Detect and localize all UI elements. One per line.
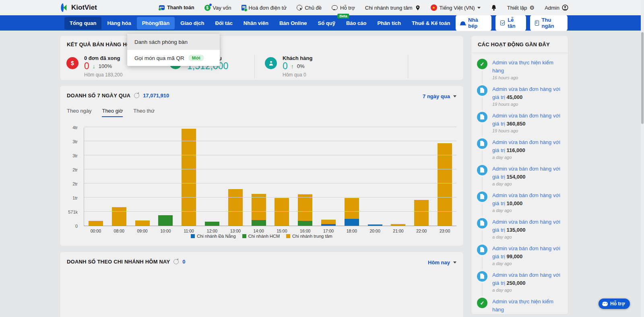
activity-item[interactable]: Admin vừa bán đơn hàng với giá trị 154,0… — [477, 165, 564, 186]
activities-title: CÁC HOẠT ĐỘNG GẦN ĐÂY — [471, 36, 568, 53]
activity-item[interactable]: Admin vừa thực hiện kiểm hàng 16 hours a… — [477, 59, 564, 80]
action-button-icon — [460, 21, 465, 25]
header-link-einvoice[interactable]: Hoá đơn điện tử — [242, 5, 287, 11]
header-link-loan[interactable]: $ Vay vốn — [204, 5, 231, 11]
bar-segment — [89, 221, 103, 226]
nav-action-buttons: Nhà bếp Lễ tân Thu ngân — [456, 15, 568, 31]
customer-icon — [265, 57, 277, 69]
trend-down-icon: ↓ — [93, 63, 95, 70]
bar-segment — [321, 224, 336, 226]
activity-item[interactable]: Admin vừa bán đơn hàng với giá trị 45,00… — [477, 85, 564, 107]
scrollbar-thumb[interactable] — [641, 32, 644, 124]
action-button-icon — [535, 21, 539, 26]
divider — [408, 54, 408, 78]
scrollbar-track[interactable] — [641, 0, 644, 317]
nav-item[interactable]: Sổ quỹ — [313, 17, 341, 29]
nav-item[interactable]: Đối tác — [210, 17, 238, 29]
nav-item[interactable]: Giao dịch — [175, 17, 209, 29]
sales-today-card: KẾT QUẢ BÁN HÀNG HÔM NAY $ 0 đơn đã xong… — [60, 35, 464, 80]
header-link-support[interactable]: Hỗ trợ Beta — [332, 5, 355, 11]
bar-segment — [112, 207, 126, 226]
sales-week-total[interactable]: 17,071,910 — [143, 93, 169, 99]
activity-item[interactable]: Admin vừa bán đơn hàng với giá trị 116,0… — [477, 138, 564, 160]
chart-ylabels: 0571k1tr2tr2tr3tr3tr4tr — [60, 128, 81, 226]
activity-icon — [477, 138, 487, 149]
activities-items: Admin vừa thực hiện kiểm hàng 16 hours a… — [477, 59, 564, 315]
chevron-down-icon — [453, 261, 456, 263]
language-selector[interactable]: ★ Tiếng Việt (VN) — [431, 4, 481, 11]
activity-time: 16 hours ago — [492, 75, 564, 80]
vietnam-flag-icon: ★ — [431, 4, 437, 11]
header-link-payment[interactable]: Thanh toán — [159, 5, 194, 10]
bar-segment — [414, 200, 429, 226]
bar-segment — [321, 220, 336, 224]
settings-link[interactable]: Thiết lập ⚙ — [507, 4, 535, 11]
activity-time: a day ago — [492, 181, 564, 186]
dropdown-item[interactable]: Gọi món qua mã QR Mới — [127, 50, 220, 66]
nav-action-button[interactable]: Lễ tân — [495, 15, 526, 31]
chart-tab[interactable]: Theo ngày — [67, 108, 91, 117]
branch-selector[interactable]: Chi nhánh trung tâm — [365, 5, 421, 11]
e-invoice-icon — [242, 5, 246, 10]
divider — [254, 54, 255, 78]
activity-time: 2 days ago — [492, 314, 564, 315]
bar-segment — [298, 221, 312, 226]
chart-tabs: Theo ngày Theo giờ Theo thứ — [67, 108, 155, 117]
activity-icon — [477, 165, 487, 175]
activity-time: a day ago — [492, 155, 564, 160]
nav-item[interactable]: Tổng quan — [64, 17, 101, 29]
activity-time: a day ago — [492, 288, 564, 292]
chart-tab[interactable]: Theo thứ — [133, 108, 155, 117]
chevron-down-icon — [453, 95, 456, 97]
nav-action-button[interactable]: Thu ngân — [530, 15, 568, 31]
activity-item[interactable]: Admin vừa bán đơn hàng với giá trị 360,8… — [477, 112, 564, 133]
nav-item[interactable]: Nhân viên — [238, 17, 274, 29]
support-chat-icon — [332, 5, 338, 10]
period-selector[interactable]: Hôm nay — [428, 259, 456, 266]
account-menu[interactable]: Admin — [545, 4, 568, 11]
bar-segment — [252, 194, 266, 220]
header-link-theme[interactable]: Chủ đề — [297, 5, 322, 11]
payment-icon — [159, 5, 165, 10]
support-fab-button[interactable]: Hỗ trợ — [599, 298, 630, 309]
activity-icon — [477, 59, 487, 69]
bar-segment — [298, 194, 312, 221]
nav-item[interactable]: Thuế & Kế toán — [407, 17, 455, 29]
sales-branch-total[interactable]: 0 — [182, 259, 185, 265]
activity-item[interactable]: Admin vừa bán đơn hàng với giá trị 99,00… — [477, 245, 564, 266]
dropdown-item[interactable]: Danh sách phòng bàn — [127, 34, 220, 50]
activity-item[interactable]: Admin vừa thực hiện kiểm hàng 2 days ago — [477, 298, 564, 315]
refresh-icon[interactable] — [134, 93, 139, 98]
nav-action-button[interactable]: Nhà bếp — [456, 15, 491, 31]
notifications-bell[interactable] — [491, 4, 497, 11]
refresh-icon[interactable] — [173, 259, 179, 264]
activity-item[interactable]: Admin vừa bán đơn hàng với giá trị 250,0… — [477, 271, 564, 292]
nav-item[interactable]: Báo cáo — [341, 17, 372, 29]
activity-item[interactable]: Admin vừa bán đơn hàng với giá trị 10,00… — [477, 191, 564, 213]
period-selector[interactable]: 7 ngày qua — [423, 93, 456, 99]
chart-tab[interactable]: Theo giờ — [102, 108, 123, 117]
bar-segment — [228, 189, 243, 226]
activity-time: 19 hours ago — [492, 128, 564, 133]
nav-items: Tổng quan Hàng hóa Phòng/Bàn Giao dịch Đ… — [64, 17, 456, 29]
sales-branch-title: DOANH SỐ THEO CHI NHÁNH HÔM NAY — [67, 259, 170, 265]
bar-segment — [135, 220, 150, 226]
activities-list: Admin vừa thực hiện kiểm hàng 16 hours a… — [471, 53, 568, 315]
top-header: KiotViet Thanh toán $ Vay vốn Hoá đơn đi… — [0, 0, 644, 15]
kiotviet-logo[interactable]: KiotViet — [59, 3, 97, 12]
legend-item: Chi nhánh HCM — [242, 234, 280, 239]
gear-icon: ⚙ — [530, 4, 535, 11]
activity-time: a day ago — [492, 235, 564, 239]
nav-item[interactable]: Bán Online — [274, 17, 312, 29]
nav-item[interactable]: Phòng/Bàn — [137, 17, 175, 29]
activity-icon — [477, 191, 487, 202]
brand-name: KiotViet — [71, 4, 97, 12]
nav-item[interactable]: Hàng hóa — [102, 17, 136, 29]
nav-item[interactable]: Phân tích — [372, 17, 407, 29]
chat-bubble-icon — [602, 302, 608, 306]
activity-icon — [477, 271, 487, 282]
rooms-dropdown-menu: Danh sách phòng bàn Gọi món qua mã QR Mớ… — [127, 34, 220, 66]
orders-value: 0 — [84, 62, 89, 71]
activity-item[interactable]: Admin vừa bán đơn hàng với giá trị 135,0… — [477, 218, 564, 239]
sales-week-title: DOANH SỐ 7 NGÀY QUA — [67, 93, 130, 99]
